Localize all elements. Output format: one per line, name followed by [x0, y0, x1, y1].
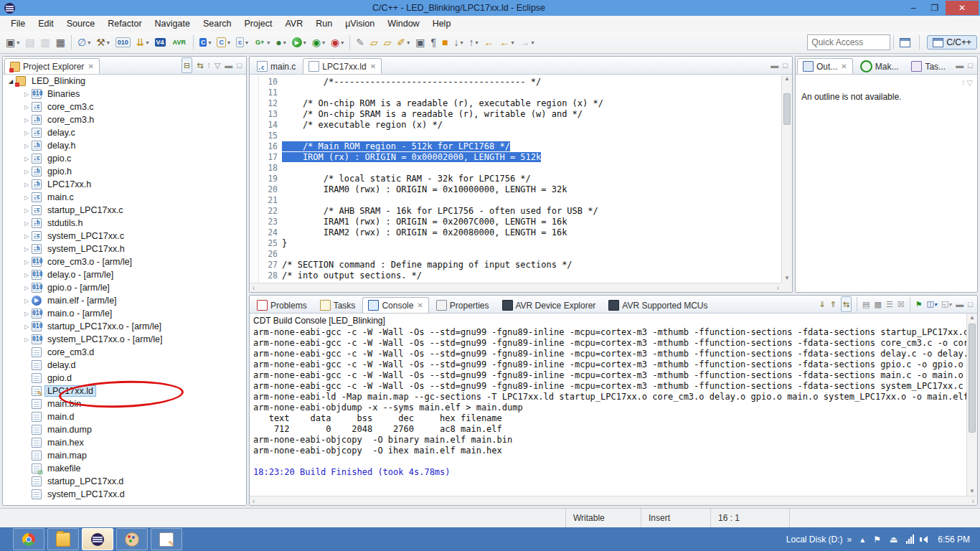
pin-console-icon[interactable]: ⚑ [915, 297, 923, 311]
console-vertical-scrollbar[interactable]: ▲ ▼ [966, 314, 977, 496]
scroll-up-icon[interactable]: ▲ [967, 314, 977, 322]
menu-navigate[interactable]: Navigate [149, 17, 197, 31]
clock[interactable]: 6:56 PM [938, 534, 970, 545]
taskbar-app-paint[interactable] [116, 528, 148, 550]
close-icon[interactable]: ✕ [88, 62, 93, 70]
code-line-26[interactable]: 26 [259, 248, 781, 259]
close-icon[interactable]: ✕ [841, 62, 847, 70]
tree-item-core-cm3-h[interactable]: ▷.hcore_cm3.h [3, 113, 246, 126]
minimize-view-icon[interactable]: ▬ [956, 297, 963, 311]
tree-item-stdutils-h[interactable]: ▷.hstdutils.h [3, 217, 246, 230]
link-with-editor-icon[interactable]: ⇆ [197, 58, 203, 72]
external-tools-icon[interactable]: ◉▾ [329, 36, 346, 49]
code-line-18[interactable]: 18 [259, 162, 781, 173]
expand-arrow-icon[interactable]: ▷ [22, 130, 32, 136]
menu-file[interactable]: File [4, 17, 32, 31]
code-line-16[interactable]: 16 /* Main ROM region - 512k for LPC1768… [259, 141, 781, 151]
open-console-icon[interactable]: ◱▾ [941, 296, 951, 312]
console-tab-tasks[interactable]: Tasks [314, 297, 362, 313]
maximize-editor-icon[interactable]: □ [783, 58, 788, 72]
tree-item-lpc17xx-h[interactable]: ▷.hLPC17xx.h [3, 178, 246, 191]
new-c-file-icon[interactable]: c▾ [234, 36, 250, 49]
tree-item-binaries[interactable]: ▷010Binaries [3, 88, 246, 100]
console-auto-switch-icon[interactable]: ⇆ [841, 296, 852, 312]
tree-item-delay-c[interactable]: ▷.cdelay.c [3, 126, 246, 139]
expand-arrow-icon[interactable]: ▷ [22, 233, 32, 240]
skip-breakpoints-icon[interactable]: ∅▾ [75, 36, 93, 49]
tree-item-main-hex[interactable]: main.hex [3, 436, 246, 449]
show-hidden-icons[interactable]: ▴ [860, 534, 864, 545]
expand-arrow-icon[interactable]: ▷ [22, 311, 32, 317]
menu-run[interactable]: Run [309, 17, 339, 31]
minimize-window-button[interactable]: – [903, 1, 924, 15]
close-icon[interactable]: ✕ [417, 301, 423, 309]
expand-arrow-icon[interactable]: ▷ [22, 117, 32, 123]
expand-arrow-icon[interactable]: ▷ [22, 143, 32, 149]
previous-annotation-icon[interactable]: ↑▾ [467, 36, 481, 49]
editor-horizontal-scrollbar[interactable]: ‹› [250, 283, 782, 292]
expand-arrow-icon[interactable]: ▷ [22, 104, 32, 110]
tree-item-core-cm3-d[interactable]: core_cm3.d [3, 346, 246, 359]
volume-icon[interactable] [923, 536, 928, 543]
menu-project[interactable]: Project [238, 17, 279, 31]
taskbar-app-chrome[interactable] [13, 528, 44, 550]
view-filters-icon[interactable]: ⁝ [962, 78, 965, 87]
code-line-10[interactable]: 10 /*-----------------------------------… [259, 76, 781, 87]
perspective-c-cpp-button[interactable]: C/C++ [927, 35, 977, 50]
view-tab-out[interactable]: Out...✕ [797, 58, 853, 74]
open-type-icon[interactable]: ▱ [368, 36, 380, 49]
expand-arrow-icon[interactable]: ▷ [22, 285, 32, 291]
close-window-button[interactable]: ✕ [946, 1, 979, 15]
minimize-editor-icon[interactable]: ▬ [771, 58, 778, 72]
tree-item-main-bin[interactable]: main.bin [3, 397, 246, 410]
tab-project-explorer[interactable]: Project Explorer ✕ [4, 58, 100, 74]
profile-icon[interactable]: ◉▾ [310, 36, 327, 49]
tree-item-gpio-h[interactable]: ▷.hgpio.h [3, 165, 246, 178]
menu-help[interactable]: Help [426, 17, 458, 31]
maximize-view-icon[interactable]: □ [968, 58, 973, 72]
tree-item-main-d[interactable]: main.d [3, 410, 246, 423]
expand-arrow-icon[interactable]: ▷ [22, 324, 32, 330]
editor-vertical-scrollbar[interactable]: ▲ ▼ [781, 75, 792, 292]
editor-scroll-thumb[interactable] [783, 93, 791, 125]
taskbar-app-notepad[interactable]: ✎ [151, 528, 182, 550]
expand-arrow-icon[interactable]: ▷ [22, 194, 32, 201]
scroll-lock-icon[interactable]: ▩ [874, 297, 881, 311]
menu-vision[interactable]: µVision [339, 17, 381, 31]
code-line-21[interactable]: 21 [259, 194, 781, 205]
tree-item-lpc17xx-ld[interactable]: ✎LPC17xx.ld [3, 385, 246, 397]
toggle-mark-occurrences-icon[interactable]: ✎ [354, 36, 367, 49]
view-tab-mak[interactable]: Mak... [854, 58, 905, 74]
load-flash-icon[interactable]: ⇊▾ [134, 36, 151, 49]
last-location-icon[interactable]: ← [482, 36, 496, 49]
expand-arrow-icon[interactable]: ▷ [22, 246, 32, 253]
code-line-24[interactable]: 24 IRAM2 (rwx) : ORIGIN = 0x20080000, LE… [259, 227, 781, 237]
run-icon[interactable]: ▶▾ [290, 36, 308, 49]
debug-icon[interactable]: ●▾ [273, 36, 288, 49]
highlight-block-icon[interactable]: ■ [440, 36, 450, 49]
code-line-27[interactable]: 27/* SECTION command : Define mapping of… [259, 259, 781, 270]
clear-console-icon[interactable]: ☒ [897, 297, 905, 311]
save-console-icon[interactable]: ▤ [862, 297, 870, 311]
console-tab-avr-supported-mcus[interactable]: AVR Supported MCUs [603, 297, 713, 313]
tree-item-startup-lpc17xx-d[interactable]: startup_LPC17xx.d [3, 475, 246, 488]
tree-item-startup-lpc17xx-o-arm-le[interactable]: ▷010startup_LPC17xx.o - [arm/le] [3, 320, 246, 333]
view-menu-icon[interactable]: ▽ [215, 58, 220, 72]
tree-item-gpio-o-arm-le[interactable]: ▷010gpio.o - [arm/le] [3, 281, 246, 294]
uvision-icon[interactable]: V4 [153, 37, 168, 48]
avr-download-icon[interactable]: AVR [169, 37, 189, 48]
code-line-20[interactable]: 20 IRAM0 (rwx) : ORIGIN = 0x10000000, LE… [259, 184, 781, 194]
previous-console-icon[interactable]: ⇑ [830, 297, 837, 311]
expand-arrow-icon[interactable]: ◢ [6, 78, 16, 85]
tree-item-gpio-c[interactable]: ▷.cgpio.c [3, 152, 246, 165]
new-wizard-icon[interactable]: ▣▾ [4, 36, 22, 49]
next-console-icon[interactable]: ⇓ [819, 297, 825, 311]
code-line-25[interactable]: 25} [259, 237, 781, 248]
expand-arrow-icon[interactable]: ▷ [22, 169, 32, 175]
quick-access-input[interactable] [807, 34, 890, 50]
build-icon[interactable]: ⚒▾ [94, 36, 112, 49]
tree-item-main-elf-arm-le[interactable]: ▷▶main.elf - [arm/le] [3, 294, 246, 307]
menu-source[interactable]: Source [60, 17, 102, 31]
tree-item-delay-o-arm-le[interactable]: ▷010delay.o - [arm/le] [3, 268, 246, 281]
console-tab-avr-device-explorer[interactable]: AVR Device Explorer [496, 297, 602, 313]
